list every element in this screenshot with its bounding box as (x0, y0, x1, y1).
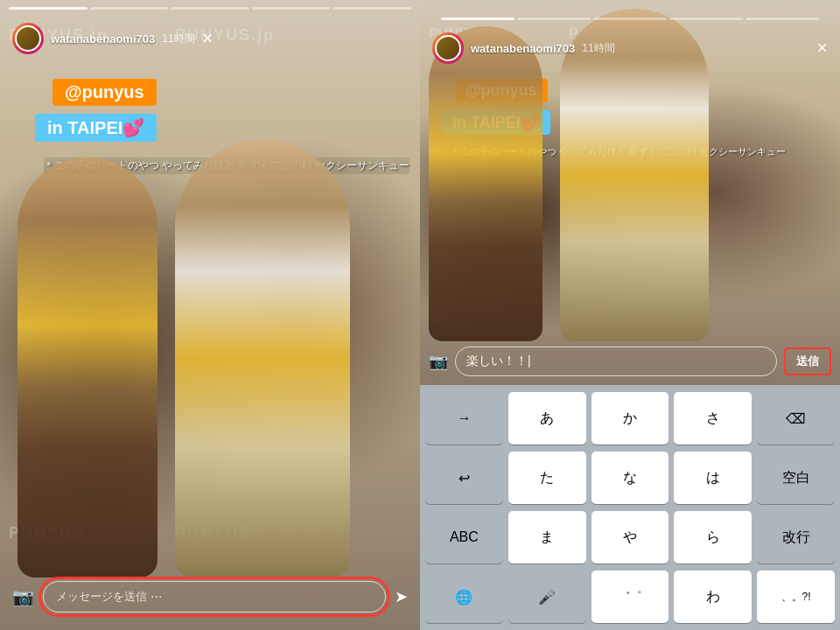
camera-icon[interactable]: 📷 (12, 586, 34, 607)
right-time-ago: 11時間 (582, 41, 614, 56)
keyboard-row-2: ↩ た な は 空白 (425, 452, 835, 504)
user-info: watanabenaomi703 11時間 × (12, 23, 213, 54)
right-story-header: watanabenaomi703 11時間 × (420, 0, 840, 71)
progress-bar-1 (9, 7, 88, 10)
person-left (18, 158, 158, 578)
close-button[interactable]: × (202, 27, 214, 50)
progress-bar-3 (171, 7, 249, 10)
right-progress-bar-1 (441, 18, 514, 20)
ra-key[interactable]: ら (674, 511, 752, 564)
keyboard-row-1: → あ か さ ⌫ (425, 392, 835, 444)
ta-key[interactable]: た (508, 452, 586, 504)
time-ago: 11時間 (162, 32, 194, 46)
globe-key[interactable]: 🌐 (425, 570, 503, 623)
keyboard-row-3: ABC ま や ら 改行 (425, 511, 835, 564)
message-input[interactable]: メッセージを送信 ··· (43, 581, 386, 612)
wa-key[interactable]: わ (674, 570, 752, 623)
undo-key[interactable]: ↩ (425, 452, 503, 504)
right-close-button[interactable]: × (816, 37, 828, 60)
story-view-top: PUNYUS.jp P @punyus in TAIPEI💕 ＊この手のハートの… (420, 0, 840, 385)
progress-bars (0, 0, 420, 7)
dakuten-key[interactable]: ゛゜ (592, 570, 669, 623)
right-progress-bar-4 (669, 18, 743, 20)
story-tag-taipei: in TAIPEI💕 (35, 114, 157, 142)
punct-key[interactable]: 、。?! (757, 570, 835, 623)
right-avatar-image (435, 35, 461, 61)
abc-key[interactable]: ABC (425, 511, 503, 564)
left-story-panel: PUNYUS.jp PUNYUS.jp PUNYUS PUNYUS @punyu… (0, 0, 420, 630)
keyboard-row-4: 🌐 🎤 ゛゜ わ 、。?! (425, 570, 835, 623)
send-button[interactable]: 送信 (784, 347, 831, 375)
right-panel: PUNYUS.jp P @punyus in TAIPEI💕 ＊この手のハートの… (420, 0, 840, 630)
a-key[interactable]: あ (508, 392, 586, 444)
arrow-right-key[interactable]: → (425, 392, 503, 444)
right-progress-bar-3 (593, 18, 667, 20)
reply-bar: 📷 楽しい！！| 送信 (420, 340, 840, 385)
progress-bar-2 (90, 7, 169, 10)
username: watanabenaomi703 (51, 32, 155, 46)
story-tag-punyus: @punyus (52, 79, 157, 106)
reply-camera-icon[interactable]: 📷 (429, 352, 448, 371)
ya-key[interactable]: や (592, 511, 669, 564)
avatar-image (15, 25, 41, 52)
ha-key[interactable]: は (674, 452, 752, 504)
right-avatar[interactable] (432, 32, 464, 64)
message-placeholder-text: メッセージを送信 (56, 589, 147, 605)
ma-key[interactable]: ま (508, 511, 586, 564)
mic-key[interactable]: 🎤 (508, 570, 586, 623)
reply-text-content: 楽しい！！| (466, 354, 531, 369)
ka-key[interactable]: か (592, 392, 669, 444)
progress-bar-5 (332, 7, 411, 10)
japanese-keyboard: → あ か さ ⌫ ↩ た な は 空白 ABC ま や ら 改行 🌐 🎤 ゛゜… (420, 385, 840, 630)
right-progress-bar-2 (517, 18, 591, 20)
enter-key[interactable]: 改行 (757, 511, 835, 564)
more-options-icon[interactable]: ··· (147, 589, 165, 605)
right-user-info: watanabenaomi703 11時間 × (432, 32, 828, 64)
right-username: watanabenaomi703 (471, 42, 575, 55)
person-right (175, 140, 350, 578)
reply-input[interactable]: 楽しい！！| (455, 346, 777, 376)
sa-key[interactable]: さ (674, 392, 752, 444)
space-key[interactable]: 空白 (757, 452, 835, 504)
right-person-left (429, 26, 542, 341)
right-progress-bar-5 (746, 18, 819, 20)
delete-key[interactable]: ⌫ (757, 392, 835, 444)
right-progress-bars (432, 10, 828, 20)
progress-bar-4 (252, 7, 331, 10)
story-header: watanabenaomi703 11時間 × (0, 0, 420, 61)
na-key[interactable]: な (592, 452, 669, 504)
avatar[interactable] (12, 23, 44, 54)
story-bottom-bar: 📷 メッセージを送信 ··· ➤ (0, 572, 420, 630)
direct-send-icon[interactable]: ➤ (395, 587, 408, 606)
